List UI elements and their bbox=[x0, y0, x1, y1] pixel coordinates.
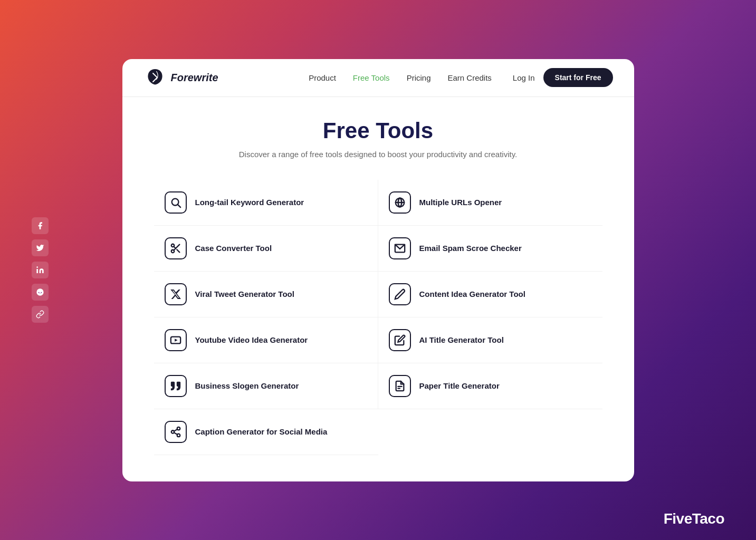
svg-line-3 bbox=[178, 205, 180, 207]
tool-name-content-idea: Content Idea Generator Tool bbox=[419, 290, 525, 298]
svg-line-18 bbox=[174, 432, 177, 435]
share-icon-box bbox=[165, 421, 187, 443]
tool-name-multiple-urls: Multiple URLs Opener bbox=[419, 198, 502, 207]
tool-email-spam[interactable]: Email Spam Scroe Checker bbox=[378, 226, 602, 272]
tool-name-ai-title: AI Title Generator Tool bbox=[419, 335, 504, 344]
watermark-taco: Taco bbox=[692, 510, 724, 527]
logo-text: Forewrite bbox=[171, 72, 218, 84]
pencil-icon-box bbox=[389, 283, 411, 305]
link-icon[interactable] bbox=[32, 306, 49, 323]
content: Free Tools Discover a range of free tool… bbox=[122, 97, 634, 481]
watermark-five: Five bbox=[664, 510, 692, 527]
tool-content-idea[interactable]: Content Idea Generator Tool bbox=[378, 272, 602, 317]
facebook-icon[interactable] bbox=[32, 217, 49, 234]
page-title: Free Tools bbox=[154, 118, 602, 143]
tool-youtube-video[interactable]: Youtube Video Idea Generator bbox=[154, 317, 378, 363]
tool-long-tail-keyword[interactable]: Long-tail Keyword Generator bbox=[154, 180, 378, 226]
tool-viral-tweet[interactable]: Viral Tweet Generator Tool bbox=[154, 272, 378, 317]
tool-case-converter[interactable]: Case Converter Tool bbox=[154, 226, 378, 272]
navbar: Forewrite Product Free Tools Pricing Ear… bbox=[122, 59, 634, 97]
tool-name-paper-title: Paper Title Generator bbox=[419, 381, 500, 390]
tool-multiple-urls[interactable]: Multiple URLs Opener bbox=[378, 180, 602, 226]
nav-free-tools[interactable]: Free Tools bbox=[353, 73, 390, 82]
tool-name-business-slogen: Business Slogen Generator bbox=[195, 381, 299, 390]
tool-paper-title[interactable]: Paper Title Generator bbox=[378, 363, 602, 409]
mail-icon-box bbox=[389, 237, 411, 259]
svg-line-9 bbox=[174, 246, 176, 248]
globe-icon-box bbox=[389, 191, 411, 214]
main-card: Forewrite Product Free Tools Pricing Ear… bbox=[122, 59, 634, 481]
nav-earn-credits[interactable]: Earn Credits bbox=[447, 73, 491, 82]
x-twitter-icon-box bbox=[165, 283, 187, 305]
twitter-icon[interactable] bbox=[32, 239, 49, 256]
svg-line-8 bbox=[177, 249, 179, 252]
tool-name-email-spam: Email Spam Scroe Checker bbox=[419, 244, 522, 253]
login-button[interactable]: Log In bbox=[513, 73, 535, 82]
youtube-icon-box bbox=[165, 329, 187, 351]
nav-product[interactable]: Product bbox=[309, 73, 336, 82]
reddit-icon[interactable] bbox=[32, 284, 49, 301]
tool-name-viral-tweet: Viral Tweet Generator Tool bbox=[195, 290, 294, 298]
social-sidebar bbox=[32, 217, 49, 323]
tool-name-caption-generator: Caption Generator for Social Media bbox=[195, 427, 328, 436]
nav-pricing[interactable]: Pricing bbox=[407, 73, 431, 82]
scissors-icon-box bbox=[165, 237, 187, 259]
document-icon-box bbox=[389, 375, 411, 397]
tools-grid: Long-tail Keyword Generator Multiple URL… bbox=[154, 180, 602, 455]
tool-name-youtube-video: Youtube Video Idea Generator bbox=[195, 335, 308, 344]
watermark: FiveTaco bbox=[664, 510, 724, 527]
logo-icon bbox=[143, 66, 167, 89]
pencil2-icon-box bbox=[389, 329, 411, 351]
nav-links: Product Free Tools Pricing Earn Credits bbox=[309, 73, 492, 82]
svg-point-0 bbox=[36, 266, 38, 268]
quote-icon-box bbox=[165, 375, 187, 397]
svg-line-19 bbox=[174, 429, 177, 431]
start-button[interactable]: Start for Free bbox=[543, 68, 613, 87]
tool-ai-title[interactable]: AI Title Generator Tool bbox=[378, 317, 602, 363]
page-subtitle: Discover a range of free tools designed … bbox=[154, 150, 602, 159]
nav-actions: Log In Start for Free bbox=[513, 68, 613, 87]
svg-point-1 bbox=[36, 288, 43, 295]
linkedin-icon[interactable] bbox=[32, 262, 49, 278]
tool-name-case-converter: Case Converter Tool bbox=[195, 244, 272, 253]
svg-marker-12 bbox=[175, 339, 178, 342]
tool-business-slogen[interactable]: Business Slogen Generator bbox=[154, 363, 378, 409]
tool-name-long-tail-keyword: Long-tail Keyword Generator bbox=[195, 198, 304, 207]
tool-caption-generator[interactable]: Caption Generator for Social Media bbox=[154, 409, 378, 455]
search-icon-box bbox=[165, 191, 187, 214]
logo[interactable]: Forewrite bbox=[143, 66, 218, 89]
